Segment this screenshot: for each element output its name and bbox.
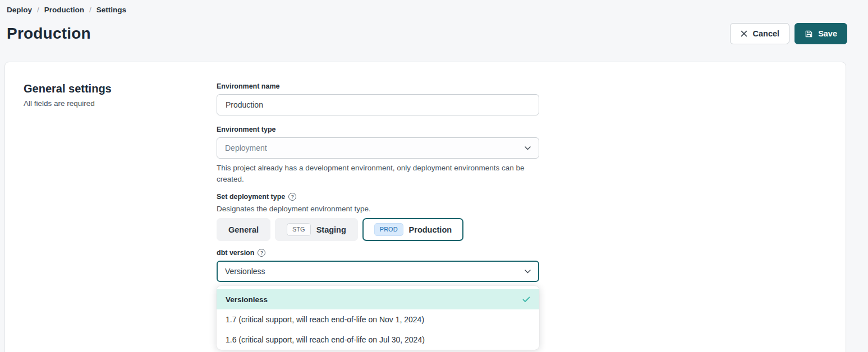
deployment-type-staging-label: Staging — [316, 225, 346, 234]
option-label: 1.7 (critical support, will reach end-of… — [226, 315, 424, 324]
deployment-type-description: Designates the deployment environment ty… — [217, 205, 539, 213]
deployment-type-staging-button[interactable]: STG Staging — [275, 218, 358, 241]
dbt-version-option-1-7[interactable]: 1.7 (critical support, will reach end-of… — [217, 309, 539, 330]
option-label: 1.6 (critical support, will reach end-of… — [226, 335, 425, 344]
page-title: Production — [7, 25, 91, 43]
save-button-label: Save — [818, 29, 837, 38]
breadcrumb-separator: / — [89, 6, 91, 14]
page-header: Production Cancel Save — [7, 23, 847, 44]
dbt-version-value: Versionless — [225, 267, 265, 276]
deployment-type-label-text: Set deployment type — [217, 193, 285, 201]
dbt-version-option-versionless[interactable]: Versionless — [217, 289, 539, 309]
environment-type-value: Deployment — [225, 143, 267, 152]
breadcrumb-deploy[interactable]: Deploy — [7, 6, 32, 14]
environment-name-label: Environment name — [217, 82, 539, 90]
help-icon[interactable]: ? — [258, 249, 265, 257]
chevron-down-icon — [525, 146, 531, 150]
settings-form: Environment name Environment type Deploy… — [217, 82, 539, 350]
cancel-button-label: Cancel — [753, 29, 780, 38]
dbt-version-dropdown-menu: Versionless 1.7 (critical support, will … — [217, 286, 539, 350]
breadcrumb: Deploy / Production / Settings — [0, 0, 868, 14]
section-subtitle: All fields are required — [24, 99, 217, 108]
header-actions: Cancel Save — [730, 23, 847, 44]
prod-badge: PROD — [374, 223, 403, 235]
dbt-version-label: dbt version ? — [217, 249, 539, 257]
deployment-type-production-label: Production — [409, 225, 452, 234]
environment-type-help-text: This project already has a development e… — [217, 163, 532, 185]
staging-badge: STG — [287, 223, 311, 235]
deployment-type-general-button[interactable]: General — [217, 218, 270, 241]
breadcrumb-settings[interactable]: Settings — [97, 6, 126, 14]
dbt-version-select[interactable]: Versionless — [217, 261, 539, 282]
save-button[interactable]: Save — [794, 23, 847, 44]
deployment-type-production-button[interactable]: PROD Production — [362, 218, 463, 241]
deployment-type-general-label: General — [228, 225, 259, 234]
close-icon — [740, 30, 748, 38]
environment-type-select[interactable]: Deployment — [217, 137, 539, 159]
general-settings-card: General settings All fields are required… — [4, 62, 846, 352]
help-icon[interactable]: ? — [288, 193, 296, 201]
breadcrumb-separator: / — [37, 6, 39, 14]
environment-type-label: Environment type — [217, 126, 539, 133]
cancel-button[interactable]: Cancel — [730, 23, 790, 44]
chevron-down-icon — [525, 270, 531, 274]
environment-name-input[interactable] — [217, 94, 539, 115]
option-label: Versionless — [226, 295, 268, 304]
deployment-type-options: General STG Staging PROD Production — [217, 218, 539, 241]
section-title: General settings — [24, 82, 217, 95]
deployment-type-label: Set deployment type ? — [217, 193, 539, 201]
breadcrumb-production[interactable]: Production — [44, 6, 84, 14]
floppy-disk-icon — [805, 30, 813, 38]
dbt-version-label-text: dbt version — [217, 249, 254, 257]
check-icon — [522, 297, 530, 303]
dbt-version-option-1-6[interactable]: 1.6 (critical support, will reach end-of… — [217, 330, 539, 350]
